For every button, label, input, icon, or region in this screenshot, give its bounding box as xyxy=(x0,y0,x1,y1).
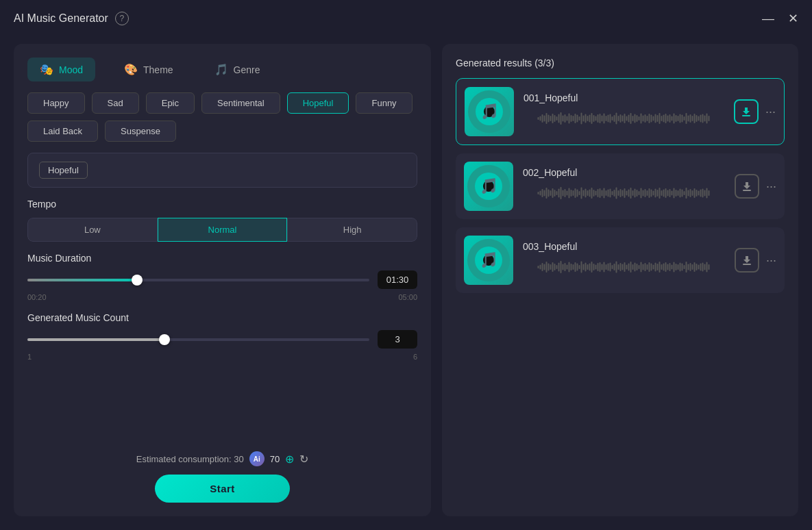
svg-rect-30 xyxy=(593,115,594,122)
svg-rect-175 xyxy=(743,190,751,191)
main-content: 🎭 Mood 🎨 Theme 🎵 Genre HappySadEpicSenti… xyxy=(0,37,812,530)
svg-rect-121 xyxy=(599,188,600,198)
download-button-3[interactable] xyxy=(735,248,759,273)
svg-rect-253 xyxy=(689,263,691,271)
tab-mood[interactable]: 🎭 Mood xyxy=(27,58,95,81)
svg-rect-192 xyxy=(564,263,565,271)
svg-rect-4 xyxy=(539,116,541,121)
svg-rect-214 xyxy=(609,263,611,272)
refresh-icon[interactable]: ↻ xyxy=(299,453,308,466)
mood-btn-epic[interactable]: Epic xyxy=(146,92,195,114)
tempo-btn-normal[interactable]: Normal xyxy=(158,218,288,242)
svg-rect-15 xyxy=(562,116,563,122)
svg-rect-10 xyxy=(552,114,553,123)
svg-rect-33 xyxy=(599,114,600,123)
svg-rect-133 xyxy=(624,188,625,198)
svg-rect-83 xyxy=(702,114,703,123)
tempo-btn-high[interactable]: High xyxy=(287,218,417,242)
add-credits-icon[interactable]: ⊕ xyxy=(285,453,294,466)
svg-rect-205 xyxy=(591,262,592,273)
svg-rect-8 xyxy=(548,115,549,123)
duration-thumb[interactable] xyxy=(132,275,143,286)
svg-rect-53 xyxy=(640,114,641,124)
svg-rect-99 xyxy=(554,190,555,197)
svg-rect-70 xyxy=(675,115,676,122)
svg-rect-79 xyxy=(693,114,695,123)
svg-rect-199 xyxy=(578,265,580,269)
svg-rect-93 xyxy=(541,189,543,197)
svg-rect-236 xyxy=(654,263,656,272)
svg-rect-183 xyxy=(545,262,547,273)
mood-btn-suspense[interactable]: Suspense xyxy=(105,121,176,142)
tempo-buttons: LowNormalHigh xyxy=(27,218,417,242)
tempo-section: Tempo LowNormalHigh xyxy=(27,199,417,242)
svg-rect-14 xyxy=(560,112,561,125)
start-button[interactable]: Start xyxy=(155,475,290,503)
music-info-1: 001_Hopeful xyxy=(524,92,724,131)
svg-rect-172 xyxy=(704,190,705,197)
svg-rect-43 xyxy=(619,114,621,123)
svg-rect-139 xyxy=(636,190,637,197)
more-button-2[interactable]: ··· xyxy=(766,179,776,194)
close-button[interactable]: ✕ xyxy=(788,12,798,25)
music-name-1: 001_Hopeful xyxy=(524,92,724,103)
svg-rect-171 xyxy=(702,189,703,198)
help-icon[interactable]: ? xyxy=(115,12,129,25)
svg-rect-226 xyxy=(634,263,635,272)
tempo-btn-low[interactable]: Low xyxy=(27,218,158,242)
svg-rect-238 xyxy=(659,262,660,273)
mood-btn-laid-back[interactable]: Laid Back xyxy=(27,121,98,142)
svg-rect-17 xyxy=(566,116,567,121)
mood-btn-sentimental[interactable]: Sentimental xyxy=(201,92,280,114)
svg-rect-173 xyxy=(706,188,707,199)
svg-rect-219 xyxy=(619,263,621,271)
svg-rect-208 xyxy=(597,263,598,271)
download-button-2[interactable] xyxy=(735,174,759,199)
svg-rect-65 xyxy=(665,114,666,123)
consumption-label: Estimated consumption: 30 xyxy=(136,454,244,464)
download-button-1[interactable] xyxy=(734,99,759,124)
mood-btn-hopeful[interactable]: Hopeful xyxy=(287,92,349,114)
count-thumb[interactable] xyxy=(159,334,170,345)
svg-rect-179 xyxy=(537,266,539,268)
svg-rect-212 xyxy=(605,264,606,270)
count-min: 1 xyxy=(27,353,32,361)
svg-rect-32 xyxy=(597,114,598,123)
svg-rect-120 xyxy=(597,189,598,197)
minimize-button[interactable]: — xyxy=(762,12,774,25)
svg-rect-260 xyxy=(704,264,705,270)
svg-rect-202 xyxy=(585,263,586,272)
tab-theme[interactable]: 🎨 Theme xyxy=(112,58,186,81)
music-item-2[interactable]: 🎵 002_Hopeful ··· xyxy=(456,153,785,219)
svg-rect-84 xyxy=(704,116,705,122)
svg-rect-231 xyxy=(644,263,645,271)
music-count-slider[interactable] xyxy=(27,333,369,346)
waveform-1 xyxy=(524,109,724,131)
svg-rect-213 xyxy=(607,264,608,271)
svg-rect-249 xyxy=(681,264,682,271)
svg-rect-248 xyxy=(679,263,680,272)
svg-rect-22 xyxy=(576,115,578,123)
music-thumbnail-2: 🎵 xyxy=(464,162,513,211)
app-window: AI Music Generator ? — ✕ 🎭 Mood 🎨 Theme xyxy=(0,0,812,530)
svg-rect-52 xyxy=(638,116,639,121)
more-button-3[interactable]: ··· xyxy=(766,253,776,268)
svg-rect-181 xyxy=(541,263,543,271)
svg-rect-240 xyxy=(663,264,664,271)
music-duration-slider[interactable] xyxy=(27,273,369,287)
svg-rect-152 xyxy=(663,190,664,197)
mood-btn-funny[interactable]: Funny xyxy=(356,92,412,114)
more-button-1[interactable]: ··· xyxy=(765,105,776,119)
music-item-3[interactable]: 🎵 003_Hopeful ··· xyxy=(456,227,785,293)
tab-genre[interactable]: 🎵 Genre xyxy=(202,58,273,81)
svg-rect-151 xyxy=(661,190,662,196)
svg-rect-101 xyxy=(558,189,559,198)
svg-rect-127 xyxy=(611,191,613,195)
svg-rect-80 xyxy=(696,115,697,122)
mood-btn-sad[interactable]: Sad xyxy=(92,92,139,114)
svg-rect-97 xyxy=(550,190,551,196)
mood-btn-happy[interactable]: Happy xyxy=(27,92,85,114)
svg-rect-221 xyxy=(624,262,625,272)
svg-rect-74 xyxy=(683,116,685,121)
music-item-1[interactable]: 🎵 001_Hopeful ··· xyxy=(456,78,785,145)
